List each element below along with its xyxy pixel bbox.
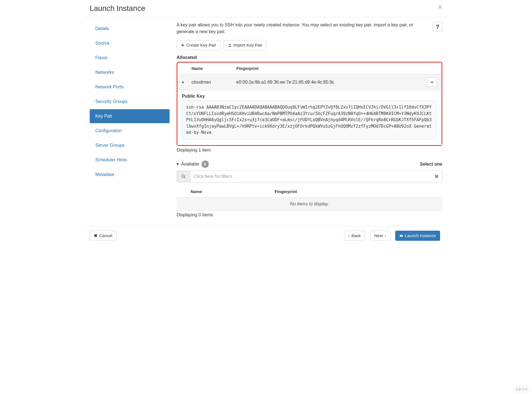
sidebar-item-label: Metadata <box>95 172 114 177</box>
sidebar-item-label: Source <box>95 41 110 45</box>
keypair-fingerprint: e0:00:2e:9b:a1:69:36:ee:7e:21:65:d9:4e:4… <box>236 80 423 85</box>
available-label: Available <box>181 162 199 167</box>
help-icon[interactable] <box>433 22 442 32</box>
sidebar-item-label: Key Pair <box>95 114 112 118</box>
sidebar-item-key-pair[interactable]: Key Pair <box>90 109 170 123</box>
chevron-down-icon[interactable]: ▾ <box>177 161 179 167</box>
chevron-down-icon[interactable]: ▾ <box>182 80 184 84</box>
sidebar-item-label: Flavor <box>95 55 108 60</box>
close-icon[interactable]: × <box>438 3 442 11</box>
button-label: Import Key Pair <box>233 43 262 47</box>
col-header-fingerprint: Fingerprint <box>236 66 423 71</box>
button-label: Cancel <box>99 233 112 238</box>
sidebar-item-label: Networks <box>95 70 114 75</box>
available-count: Displaying 0 items <box>177 212 442 217</box>
col-header-name: Name <box>191 189 275 194</box>
import-keypair-button[interactable]: Import Key Pair <box>224 40 267 50</box>
sidebar-item-label: Configuration <box>95 128 122 133</box>
keypair-detail: Public Key ssh-rsa AAAAB3NzaC1yc2EAAAADA… <box>177 90 441 145</box>
col-header-fingerprint: Fingerprint <box>275 189 438 194</box>
button-label: Create Key Pair <box>186 43 216 47</box>
available-table-header: Name Fingerprint <box>177 186 442 198</box>
cancel-button[interactable]: ✖ Cancel <box>90 231 117 241</box>
keypair-actions: Create Key Pair Import Key Pair <box>177 40 442 50</box>
intro-text: A key pair allows you to SSH into your n… <box>177 22 431 35</box>
sidebar-item-metadata[interactable]: Metadata <box>90 168 170 182</box>
sidebar-item-source[interactable]: Source <box>90 36 170 50</box>
create-keypair-button[interactable]: Create Key Pair <box>177 40 220 50</box>
button-label: Next <box>374 233 383 238</box>
button-label: Back <box>351 233 361 238</box>
svg-line-1 <box>184 177 185 178</box>
next-button[interactable]: Next› <box>370 231 390 241</box>
sidebar-item-network-ports[interactable]: Network Ports <box>90 80 170 94</box>
allocated-count: Displaying 1 item <box>177 148 442 153</box>
allocated-row: ▾ cloudman e0:00:2e:9b:a1:69:36:ee:7e:21… <box>177 74 441 90</box>
allocated-table-header: Name Fingerprint <box>177 63 441 74</box>
col-header-name: Name <box>191 66 236 71</box>
sidebar-item-label: Server Groups <box>95 143 124 148</box>
sidebar-item-label: Details <box>95 26 109 31</box>
sidebar-item-configuration[interactable]: Configuration <box>90 124 170 138</box>
filter-input[interactable] <box>190 171 431 182</box>
wizard-sidebar: Details Source Flavor Networks Network P… <box>85 22 170 217</box>
sidebar-item-details[interactable]: Details <box>90 22 170 36</box>
modal-footer: ✖ Cancel ‹Back Next› Launch Instance <box>85 226 447 245</box>
modal-header: Launch Instance × <box>85 0 447 17</box>
public-key-label: Public Key <box>182 94 437 99</box>
keypair-name: cloudman <box>191 80 236 85</box>
modal-title: Launch Instance <box>90 4 442 13</box>
sidebar-item-networks[interactable]: Networks <box>90 65 170 79</box>
allocated-highlight: Name Fingerprint ▾ cloudman e0:00:2e:9b:… <box>177 62 442 146</box>
sidebar-item-server-groups[interactable]: Server Groups <box>90 138 170 152</box>
filter-bar: ✖ <box>177 171 442 182</box>
back-button[interactable]: ‹Back <box>344 231 365 241</box>
available-empty-message: No items to display. <box>177 198 442 211</box>
sidebar-item-label: Scheduler Hints <box>95 157 127 162</box>
content-area: A key pair allows you to SSH into your n… <box>170 22 447 217</box>
search-icon[interactable] <box>177 171 190 182</box>
sidebar-item-flavor[interactable]: Flavor <box>90 51 170 65</box>
cloud-upload-icon <box>399 234 403 238</box>
sidebar-item-scheduler-hints[interactable]: Scheduler Hints <box>90 153 170 167</box>
button-label: Launch Instance <box>405 233 436 238</box>
svg-point-0 <box>182 175 184 177</box>
available-badge: 0 <box>202 161 209 168</box>
remove-keypair-button[interactable]: − <box>427 78 437 87</box>
sidebar-item-label: Security Groups <box>95 99 128 104</box>
upload-icon <box>228 43 232 47</box>
plus-icon <box>181 43 185 47</box>
public-key-value: ssh-rsa AAAAB3NzaC1yc2EAAAADAQABAAABAQDO… <box>182 100 437 139</box>
launch-instance-button[interactable]: Launch Instance <box>395 231 440 241</box>
select-one-label: Select one <box>420 162 442 167</box>
sidebar-item-security-groups[interactable]: Security Groups <box>90 95 170 109</box>
sidebar-item-label: Network Ports <box>95 84 123 89</box>
clear-filter-icon[interactable]: ✖ <box>431 173 442 180</box>
allocated-label: Allocated <box>177 55 442 60</box>
